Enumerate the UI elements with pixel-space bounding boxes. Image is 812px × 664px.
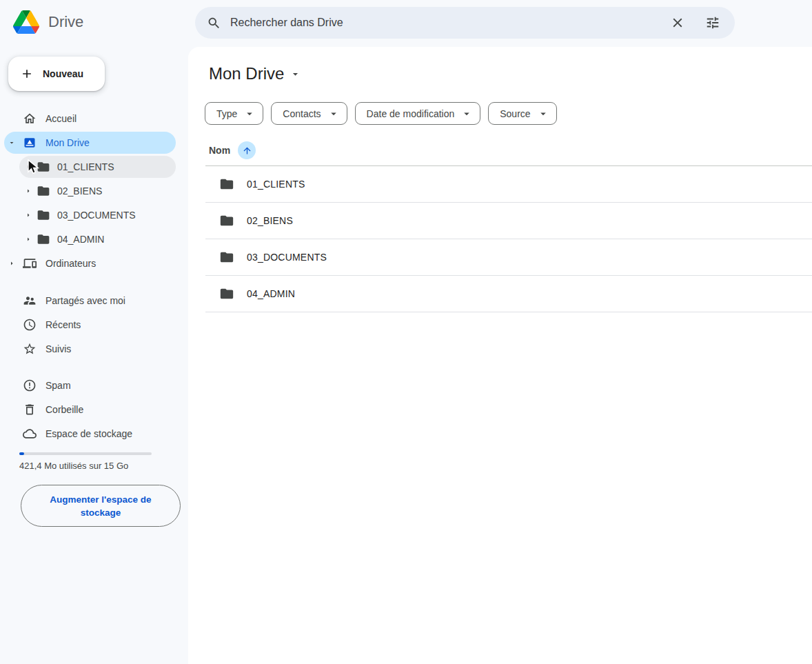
top-bar: Drive: [0, 0, 812, 47]
file-name: 01_CLIENTS: [247, 179, 305, 190]
file-row-02-biens[interactable]: 02_BIENS: [205, 203, 812, 239]
chevron-right-icon[interactable]: [24, 163, 32, 171]
sidebar-tree-item-03-documents[interactable]: 03_DOCUMENTS: [19, 204, 176, 226]
arrow-up-icon: [242, 145, 252, 156]
file-list: 01_CLIENTS 02_BIENS 03_DOCUMENTS 04_ADMI…: [205, 165, 812, 312]
sidebar-item-label: Accueil: [45, 113, 77, 124]
chevron-down-icon: [327, 108, 340, 120]
spam-alert-icon: [23, 379, 37, 392]
clock-icon: [23, 318, 37, 332]
filter-chip-label: Type: [216, 108, 237, 119]
plus-icon: [20, 67, 34, 81]
cloud-icon: [23, 427, 37, 441]
sidebar-item-label: Spam: [45, 380, 71, 391]
sidebar-item-label: Ordinateurs: [45, 258, 96, 269]
search-options-icon[interactable]: [705, 15, 720, 30]
sidebar-item-label: Suivis: [45, 343, 71, 354]
sidebar-item-recent[interactable]: Récents: [4, 314, 176, 336]
sidebar-item-computers[interactable]: Ordinateurs: [4, 252, 176, 274]
filter-chip-source[interactable]: Source: [488, 102, 556, 125]
filter-chip-type[interactable]: Type: [205, 102, 263, 125]
filter-chip-label: Date de modification: [367, 108, 455, 119]
folder-icon: [219, 177, 234, 192]
file-row-01-clients[interactable]: 01_CLIENTS: [205, 166, 812, 203]
sidebar-item-home[interactable]: Accueil: [4, 108, 176, 130]
clear-search-icon[interactable]: [670, 15, 685, 30]
storage-progress-bar: [19, 452, 152, 455]
sidebar-item-label: Espace de stockage: [45, 428, 132, 439]
folder-icon: [37, 208, 50, 222]
drive-logo-icon: [13, 10, 39, 34]
filter-chip-label: Source: [500, 108, 530, 119]
my-drive-icon: [23, 136, 37, 150]
chevron-down-icon: [243, 108, 256, 120]
sidebar: Nouveau Accueil Mon Drive 01_CLIENTS: [0, 47, 188, 664]
chevron-down-icon: [537, 108, 549, 120]
sort-by-name-header[interactable]: Nom: [209, 141, 256, 160]
sidebar-tree-item-02-biens[interactable]: 02_BIENS: [19, 180, 176, 202]
folder-icon: [219, 286, 234, 301]
sidebar-tree-item-04-admin[interactable]: 04_ADMIN: [19, 228, 176, 250]
sort-direction-badge[interactable]: [238, 141, 256, 159]
file-row-04-admin[interactable]: 04_ADMIN: [205, 276, 812, 312]
sidebar-tree-item-01-clients[interactable]: 01_CLIENTS: [19, 156, 176, 178]
devices-icon: [23, 256, 37, 270]
drive-logo-area[interactable]: Drive: [13, 10, 83, 34]
sidebar-item-spam[interactable]: Spam: [4, 374, 176, 396]
home-icon: [23, 112, 37, 125]
sidebar-tree-item-label: 04_ADMIN: [57, 234, 104, 245]
sidebar-item-my-drive[interactable]: Mon Drive: [4, 132, 176, 154]
filter-chips-row: Type Contacts Date de modification Sourc…: [205, 102, 557, 125]
people-icon: [23, 294, 37, 308]
filter-chip-label: Contacts: [283, 108, 321, 119]
filter-chip-contacts[interactable]: Contacts: [271, 102, 347, 125]
chevron-down-icon[interactable]: [8, 139, 16, 147]
file-row-03-documents[interactable]: 03_DOCUMENTS: [205, 239, 812, 276]
sidebar-tree-item-label: 02_BIENS: [57, 185, 102, 197]
sidebar-item-label: Récents: [45, 319, 81, 330]
sidebar-item-label: Corbeille: [45, 404, 83, 415]
file-name: 02_BIENS: [247, 215, 293, 226]
new-button[interactable]: Nouveau: [8, 57, 105, 91]
main-content: Mon Drive Type Contacts Date de modifica…: [188, 47, 812, 664]
sort-column-label: Nom: [209, 145, 230, 156]
search-icon: [207, 16, 221, 30]
upgrade-storage-button[interactable]: Augmenter l'espace de stockage: [21, 485, 181, 527]
search-bar[interactable]: [195, 7, 735, 39]
sidebar-tree-item-label: 01_CLIENTS: [57, 161, 114, 172]
page-title-dropdown[interactable]: Mon Drive: [209, 62, 301, 85]
chevron-right-icon[interactable]: [24, 235, 32, 243]
page-title: Mon Drive: [209, 64, 284, 83]
folder-icon: [37, 184, 50, 198]
chevron-down-icon: [460, 108, 473, 120]
sidebar-item-storage[interactable]: Espace de stockage: [4, 423, 176, 445]
folder-icon: [219, 250, 234, 265]
sidebar-item-trash[interactable]: Corbeille: [4, 399, 176, 421]
folder-icon: [37, 232, 50, 246]
chevron-right-icon[interactable]: [24, 211, 32, 219]
chevron-down-icon: [290, 68, 301, 80]
search-input[interactable]: [230, 17, 670, 29]
sidebar-item-label: Partagés avec moi: [45, 295, 125, 306]
filter-chip-modified-date[interactable]: Date de modification: [355, 102, 481, 125]
folder-icon: [219, 213, 234, 228]
sidebar-item-label: Mon Drive: [45, 137, 90, 148]
folder-icon: [37, 160, 50, 174]
file-name: 03_DOCUMENTS: [247, 252, 327, 263]
app-title: Drive: [48, 13, 83, 31]
chevron-right-icon[interactable]: [8, 259, 16, 268]
sidebar-item-shared-with-me[interactable]: Partagés avec moi: [4, 290, 176, 312]
storage-usage-text: 421,4 Mo utilisés sur 15 Go: [19, 461, 128, 471]
chevron-right-icon[interactable]: [24, 187, 32, 195]
trash-icon: [23, 403, 37, 416]
storage-progress-fill: [19, 452, 24, 455]
file-name: 04_ADMIN: [247, 288, 295, 299]
sidebar-item-starred[interactable]: Suivis: [4, 338, 176, 360]
new-button-label: Nouveau: [43, 68, 83, 79]
star-icon: [23, 342, 37, 356]
sidebar-tree-item-label: 03_DOCUMENTS: [57, 210, 136, 221]
